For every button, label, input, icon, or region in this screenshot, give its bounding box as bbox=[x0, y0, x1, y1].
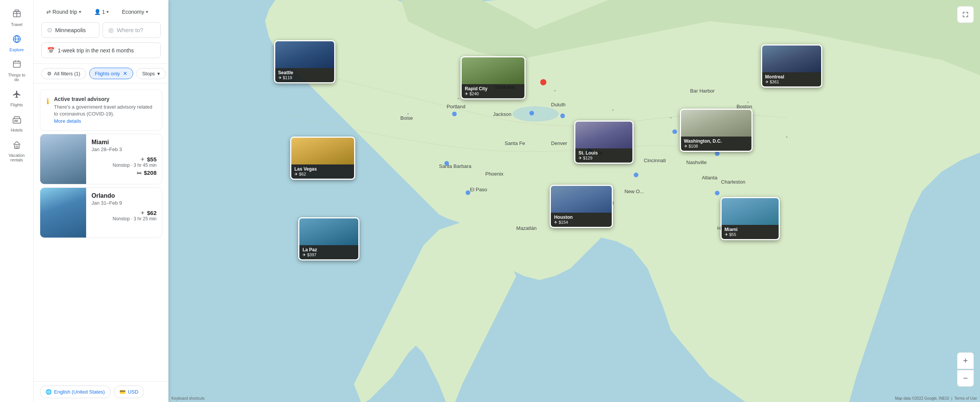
zoom-out-button[interactable]: − bbox=[957, 370, 974, 387]
filters-row: ⚙ All filters (1) Flights only ✕ Stops ▾ bbox=[34, 64, 168, 83]
la-paz-price: ✈ $397 bbox=[302, 252, 355, 257]
map-pin-washington[interactable]: Washington, D.C. ✈ $108 bbox=[680, 109, 753, 152]
passengers-label: 1 bbox=[102, 9, 105, 15]
orlando-city: Orlando bbox=[91, 192, 157, 199]
language-label: English (United States) bbox=[54, 389, 105, 395]
las-vegas-card-image bbox=[291, 138, 354, 164]
zoom-in-button[interactable]: + bbox=[957, 352, 974, 369]
map-expand-button[interactable] bbox=[957, 6, 974, 23]
svg-point-48 bbox=[452, 112, 457, 116]
miami-dates: Jan 28–Feb 3 bbox=[91, 146, 157, 152]
search-area: ⇄ Round trip ▾ 👤 1 ▾ Economy ▾ bbox=[34, 0, 168, 64]
la-paz-name: La Paz bbox=[302, 247, 355, 252]
svg-point-58 bbox=[715, 191, 719, 195]
cabin-label: Economy bbox=[122, 9, 144, 15]
washington-name: Washington, D.C. bbox=[684, 138, 748, 144]
houston-card-info: Houston ✈ $154 bbox=[551, 213, 612, 227]
things-icon bbox=[12, 60, 21, 71]
miami-flight-icon: ✈ bbox=[140, 156, 145, 162]
language-button[interactable]: 🌐 English (United States) bbox=[40, 386, 111, 398]
flights-only-chip[interactable]: Flights only ✕ bbox=[89, 68, 134, 79]
result-card-orlando[interactable]: Orlando Jan 31–Feb 9 ✈ $62 Nonstop · 3 h… bbox=[40, 187, 162, 238]
map-attribution: Map data ©2022 Google, INEGI | Terms of … bbox=[895, 396, 977, 400]
advisory-text: There's a government travel advisory rel… bbox=[54, 104, 156, 117]
cabin-select[interactable]: Economy ▾ bbox=[117, 6, 153, 18]
svg-text:Santa Barbara: Santa Barbara bbox=[439, 163, 472, 169]
origin-value: Minneapolis bbox=[55, 27, 86, 33]
result-card-miami[interactable]: Miami Jan 28–Feb 3 ✈ $55 Nonstop · 3 hr … bbox=[40, 134, 162, 184]
st-louis-price: ✈ $129 bbox=[578, 156, 629, 161]
sidebar-item-vacation-rentals[interactable]: Vacation rentals bbox=[2, 137, 32, 165]
svg-point-20 bbox=[612, 109, 614, 111]
svg-point-21 bbox=[670, 117, 671, 119]
st-louis-name: St. Louis bbox=[578, 150, 629, 156]
svg-rect-11 bbox=[16, 120, 18, 122]
svg-text:El Paso: El Paso bbox=[470, 187, 487, 192]
svg-text:Phoenix: Phoenix bbox=[485, 171, 504, 177]
trip-options-row: ⇄ Round trip ▾ 👤 1 ▾ Economy ▾ bbox=[41, 6, 161, 18]
map-pin-la-paz[interactable]: La Paz ✈ $397 bbox=[298, 217, 359, 260]
sidebar-item-explore[interactable]: Explore bbox=[2, 31, 32, 55]
trip-type-arrow: ▾ bbox=[79, 9, 81, 15]
trip-type-select[interactable]: ⇄ Round trip ▾ bbox=[41, 6, 86, 18]
svg-point-56 bbox=[715, 151, 719, 156]
washington-price: ✈ $108 bbox=[684, 144, 748, 149]
sidebar-item-explore-label: Explore bbox=[10, 47, 24, 52]
rapid-city-price: ✈ $240 bbox=[465, 91, 521, 96]
stops-chip[interactable]: Stops ▾ bbox=[136, 68, 165, 79]
svg-rect-9 bbox=[13, 119, 21, 123]
svg-point-55 bbox=[672, 129, 677, 134]
svg-text:Cincinnati: Cincinnati bbox=[644, 158, 666, 163]
destination-input[interactable]: ◎ Where to? bbox=[103, 22, 161, 38]
destination-icon: ◎ bbox=[108, 26, 114, 34]
miami-map-card-info: Miami ✈ $55 bbox=[722, 225, 779, 239]
map-pin-las-vegas[interactable]: Las Vegas ✈ $62 bbox=[290, 137, 355, 180]
svg-point-17 bbox=[554, 90, 556, 91]
svg-text:Santa Fe: Santa Fe bbox=[505, 140, 525, 146]
las-vegas-card-info: Las Vegas ✈ $62 bbox=[291, 164, 354, 179]
sidebar-item-hotels-label: Hotels bbox=[11, 128, 23, 132]
nav-rail: Travel Explore bbox=[0, 0, 34, 402]
svg-point-54 bbox=[634, 173, 638, 177]
sidebar-item-travel[interactable]: Travel bbox=[2, 6, 32, 30]
calendar-icon: 📅 bbox=[47, 47, 55, 54]
svg-point-25 bbox=[540, 79, 546, 85]
miami-flight-detail: Nonstop · 3 hr 45 min bbox=[91, 163, 157, 168]
all-filters-chip[interactable]: ⚙ All filters (1) bbox=[41, 68, 86, 79]
date-row: 📅 1-week trip in the next 6 months bbox=[41, 42, 161, 58]
map-pin-houston[interactable]: Houston ✈ $154 bbox=[550, 185, 613, 228]
origin-input[interactable]: ⊙ Minneapolis bbox=[41, 22, 100, 38]
montreal-card-info: Montreal ✈ $361 bbox=[762, 72, 821, 86]
flights-only-label: Flights only bbox=[95, 71, 120, 76]
currency-button[interactable]: 💳 USD bbox=[114, 386, 144, 398]
passengers-select[interactable]: 👤 1 ▾ bbox=[89, 6, 114, 18]
filter-icon: ⚙ bbox=[47, 71, 52, 76]
svg-point-15 bbox=[512, 106, 559, 122]
miami-map-card-image bbox=[722, 198, 779, 225]
flights-only-close-icon[interactable]: ✕ bbox=[123, 70, 127, 76]
svg-text:Bar Harbor: Bar Harbor bbox=[690, 88, 715, 94]
vacation-icon bbox=[12, 140, 21, 151]
las-vegas-price: ✈ $62 bbox=[294, 172, 351, 177]
destination-placeholder: Where to? bbox=[117, 27, 143, 33]
currency-label: USD bbox=[128, 389, 138, 395]
map-pin-st-louis[interactable]: St. Louis ✈ $129 bbox=[574, 120, 634, 164]
las-vegas-name: Las Vegas bbox=[294, 166, 351, 172]
la-paz-card-info: La Paz ✈ $397 bbox=[299, 245, 358, 259]
map-pin-miami[interactable]: Miami ✈ $55 bbox=[720, 197, 780, 240]
sidebar-item-things-to-do[interactable]: Things to do bbox=[2, 57, 32, 85]
all-filters-label: All filters (1) bbox=[54, 71, 80, 76]
sidebar-item-things-label: Things to do bbox=[6, 73, 28, 82]
sidebar-item-flights[interactable]: Flights bbox=[2, 86, 32, 110]
date-input[interactable]: 📅 1-week trip in the next 6 months bbox=[41, 42, 161, 58]
advisory-link[interactable]: More details bbox=[54, 118, 81, 124]
map-pin-montreal[interactable]: Montreal ✈ $361 bbox=[761, 44, 822, 88]
advisory-title: Active travel advisory bbox=[54, 96, 156, 102]
bottom-bar: 🌐 English (United States) 💳 USD bbox=[34, 381, 168, 402]
map-area: Spokane Portland Boise Jackson Duluth Ba… bbox=[168, 0, 980, 402]
map-pin-rapid-city[interactable]: Rapid City ✈ $240 bbox=[461, 56, 526, 99]
map-pin-seattle[interactable]: Seattle ✈ $119 bbox=[274, 40, 335, 83]
sidebar-item-hotels[interactable]: Hotels bbox=[2, 112, 32, 135]
svg-text:Nashville: Nashville bbox=[686, 159, 707, 165]
svg-text:Atlanta: Atlanta bbox=[702, 175, 718, 181]
